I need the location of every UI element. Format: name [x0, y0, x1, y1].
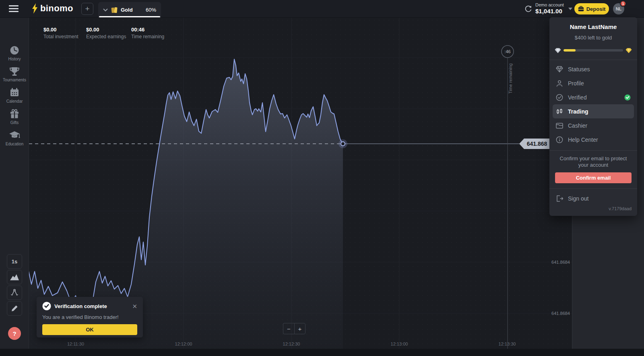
asset-name: Gold: [121, 7, 142, 13]
refresh-icon[interactable]: [524, 4, 533, 13]
menu-item-verified[interactable]: Verified: [553, 90, 634, 104]
svg-text:12:13:30: 12:13:30: [499, 342, 516, 346]
confirm-email-note: Confirm your email to protect your accou…: [549, 151, 637, 168]
svg-text:12:12:30: 12:12:30: [283, 342, 300, 346]
asset-payout: 60%: [146, 7, 156, 13]
menu-item-label: Help Center: [568, 137, 598, 143]
svg-text:641.8684: 641.8684: [551, 260, 570, 265]
briefcase-icon: [578, 6, 584, 12]
chevron-down-icon: [103, 8, 108, 12]
y-axis-ticks: 641.8684641.8684: [551, 260, 570, 316]
sidebar-item-tournaments[interactable]: Tournaments: [0, 66, 29, 82]
svg-text:641.868: 641.868: [527, 141, 547, 147]
wallet-icon: [556, 122, 563, 129]
confirm-email-button[interactable]: Confirm email: [555, 172, 632, 183]
stat-total-investment: $0.00 Total investment: [43, 27, 78, 39]
zoom-out-button[interactable]: −: [283, 323, 294, 334]
gold-bars-icon: [111, 6, 118, 13]
stat-value: $0.00: [43, 27, 78, 33]
gift-icon: [9, 109, 20, 119]
stat-label: Time remaining: [131, 34, 164, 39]
zoom-in-button[interactable]: +: [294, 323, 305, 334]
menu-item-label: Verified: [568, 94, 619, 101]
deadline-axis-label: Time remaining: [508, 63, 513, 93]
menu-item-cashier[interactable]: Cashier: [553, 118, 634, 132]
account-balance: $1,041.00: [535, 8, 564, 14]
calendar-icon: [9, 87, 20, 98]
binomo-app: :46Time remaining12:11:3012:12:0012:12:3…: [0, 0, 644, 356]
profile-menu: Statuses Profile Verified: [549, 60, 637, 149]
toast-ok-button[interactable]: OK: [42, 324, 137, 335]
indicators-button[interactable]: [7, 286, 22, 300]
pencil-icon: [11, 305, 18, 312]
topbar: binomo + Gold 60% Demo account $1,041.00: [0, 0, 644, 18]
add-asset-button[interactable]: +: [81, 3, 93, 15]
menu-item-help-center[interactable]: Help Center: [553, 132, 634, 147]
account-caret-icon: [568, 8, 572, 10]
svg-text::46: :46: [504, 49, 510, 54]
countdown-badge: :46: [502, 46, 514, 58]
verification-toast: Verification complete ✕ You are a verifi…: [37, 297, 143, 337]
drawing-tools-button[interactable]: [7, 301, 22, 316]
menu-item-profile[interactable]: Profile: [553, 76, 634, 90]
compass-icon: [10, 289, 19, 297]
check-circle-icon: [42, 302, 51, 310]
chart-type-button[interactable]: [7, 270, 22, 284]
stat-time-remaining: 00:46 Time remaining: [131, 27, 164, 39]
progress-track: [564, 49, 623, 52]
svg-text:12:11:30: 12:11:30: [67, 342, 84, 346]
menu-item-label: Profile: [568, 80, 584, 87]
mountain-chart-icon: [10, 274, 19, 280]
stat-value: 00:46: [131, 27, 164, 33]
progress-fill: [564, 49, 576, 52]
verified-check-badge: [624, 94, 631, 101]
notification-badge: 1: [620, 0, 626, 7]
account-switcher[interactable]: Demo account $1,041.00: [535, 2, 564, 14]
history-clock-icon: [9, 45, 20, 56]
sidebar-item-label: Calendar: [0, 99, 29, 103]
menu-button[interactable]: [9, 5, 19, 12]
deposit-label: Deposit: [586, 6, 606, 12]
logo-text: binomo: [40, 3, 73, 14]
info-circle-icon: [556, 136, 563, 143]
toast-body: You are a verified Binomo trader!: [42, 314, 137, 320]
menu-item-label: Statuses: [568, 66, 590, 72]
sidebar: History Tournaments Calendar: [0, 18, 29, 349]
svg-text:641.8684: 641.8684: [551, 311, 570, 316]
gem-icon: [556, 66, 563, 72]
profile-name: Name LastName: [549, 23, 637, 30]
menu-item-statuses[interactable]: Statuses: [553, 62, 634, 76]
chart-zoom-controls: − +: [283, 323, 305, 334]
sidebar-item-label: Education: [0, 142, 29, 146]
stat-label: Expected earnings: [86, 34, 126, 39]
menu-item-label: Cashier: [568, 122, 587, 129]
menu-item-trading[interactable]: Trading: [553, 104, 634, 118]
sidebar-item-education[interactable]: Education: [0, 130, 29, 146]
timeframe-button[interactable]: 1s: [7, 254, 22, 269]
bottom-band: [0, 349, 644, 356]
close-icon[interactable]: ✕: [132, 303, 137, 309]
sign-out-button[interactable]: Sign out: [553, 191, 634, 205]
app-version: v.7179daad: [549, 205, 637, 213]
sidebar-item-calendar[interactable]: Calendar: [0, 87, 29, 103]
menu-item-label: Trading: [568, 108, 588, 115]
help-button[interactable]: ?: [8, 327, 21, 340]
current-price-point: [339, 139, 347, 148]
divider: [549, 188, 637, 189]
sign-out-icon: [556, 195, 563, 202]
sidebar-item-history[interactable]: History: [0, 45, 29, 61]
sidebar-item-gifts[interactable]: Gifts: [0, 109, 29, 125]
status-progress-note: $400 left to gold: [549, 35, 637, 41]
gold-gem-icon: [625, 48, 632, 53]
check-circle-outline-icon: [556, 94, 563, 101]
bolt-icon: [31, 3, 38, 14]
current-price-tag: 641.868: [519, 139, 550, 149]
candlestick-icon: [556, 108, 563, 115]
sign-out-label: Sign out: [568, 195, 588, 202]
deposit-button[interactable]: Deposit: [574, 3, 609, 14]
asset-tab-gold[interactable]: Gold 60%: [98, 2, 161, 18]
toast-title: Verification complete: [54, 303, 129, 309]
person-icon: [556, 80, 563, 87]
account-type: Demo account: [535, 2, 564, 7]
status-progress: [549, 46, 637, 54]
